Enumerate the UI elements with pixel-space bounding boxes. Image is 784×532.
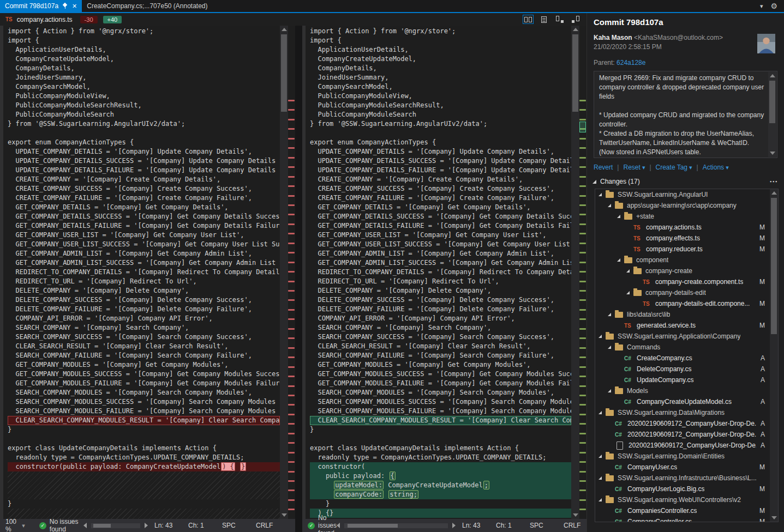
tree-file-row[interactable]: TScompany-create.component.tsM [595,276,778,287]
tab-annotated-file[interactable]: CreateCompany.cs;...707e50 (Annotated) [82,0,212,12]
tree-folder-row[interactable]: SSW.SugarLearning.Data\Migrations [595,407,778,418]
diff-change-mark [288,262,295,263]
diff-change-mark [288,328,295,330]
tree-file-row[interactable]: TScompany.actions.tsM [595,222,778,233]
zoom-selector[interactable]: 100 % [5,518,25,532]
scroll-down-icon[interactable] [573,513,578,517]
tree-folder-row[interactable]: SSW.SugarLearning.Infrastructure\Busines… [595,473,778,483]
tree-folder-row[interactable]: Models [595,385,778,396]
diff-change-mark [288,404,295,406]
scroll-down-icon[interactable] [770,152,775,155]
changes-header[interactable]: Changes (17) [593,177,777,186]
expander-icon[interactable] [599,411,602,414]
issues-text: No issues found [50,518,83,532]
tree-folder-row[interactable]: SSW.SugarLearning.AngularUI [595,189,778,200]
more-options-icon[interactable] [769,177,777,186]
status-row: 100 % No issues found Ln: 43 Ch: 1 SPC C… [0,519,586,532]
tree-file-row[interactable]: C#CompanyCreateUpdateModel.csA [595,396,778,407]
expander-icon[interactable] [626,269,630,273]
diff-change-mark [579,309,586,311]
tree-file-row[interactable]: C#CompanyUserLogic.Big.csM [595,483,778,494]
tree-folder-row[interactable]: apps\sugar-learning\src\app\company [595,200,778,211]
tree-folder-row[interactable]: SSW.SugarLearning.WebUI\Controllers\v2 [595,494,778,505]
expander-icon[interactable] [608,346,611,349]
reset-dropdown[interactable]: Reset [623,164,645,171]
scroll-thumb[interactable] [769,81,775,123]
expander-icon[interactable] [599,455,602,458]
right-file-view-icon[interactable] [570,15,581,24]
code-line: UPDATE_COMPANY_DETAILS_SUCCESS = '[Compa… [8,156,280,166]
scroll-down-icon[interactable] [282,513,287,517]
inline-view-icon[interactable] [538,15,549,24]
tree-file-row[interactable]: 202002190609172_CompanyUser-Drop-De...A [595,440,778,451]
scroll-thumb[interactable] [348,524,398,528]
csharp-file-icon: C# [615,464,624,470]
tree-file-row[interactable]: C#DeleteCompany.csA [595,364,778,374]
message-scrollbar[interactable] [768,72,776,157]
expander-icon[interactable] [593,180,596,184]
commit-message-box[interactable]: Merged PR 2669: Fix and migrate company … [594,71,777,158]
left-file-view-icon[interactable] [554,15,565,24]
tree-file-row[interactable]: TScompany.reducer.tsM [595,244,778,255]
tab-commit[interactable]: Commit 798d107a ✕ [0,0,82,12]
scroll-thumb[interactable] [93,524,111,528]
scroll-thumb[interactable] [572,34,578,112]
tree-folder-row[interactable]: Commands [595,342,778,353]
scrollbar-new[interactable] [571,26,579,519]
tree-file-row[interactable]: TScompany.effects.tsM [595,233,778,244]
tree-scrollbar[interactable] [770,189,778,522]
tree-file-row[interactable]: TScompany-details-edit.compone...M [595,298,778,309]
tree-file-row[interactable]: C#CompaniesController.csM [595,505,778,516]
expander-icon[interactable] [599,476,602,480]
expander-icon[interactable] [599,193,602,196]
scroll-thumb[interactable] [281,34,287,112]
tree-file-row[interactable]: C#UpdateCompany.csA [595,374,778,385]
tree-folder-row[interactable]: SSW.SugarLearning.Application\Company [595,331,778,342]
tree-file-row[interactable]: C#CompanyUser.csM [595,462,778,473]
scrollbar-old[interactable] [280,26,288,519]
tree-file-row[interactable]: C#CreateCompany.csA [595,353,778,364]
parent-commit-link[interactable]: 624a128e [617,59,645,66]
tree-folder-row[interactable]: company-details-edit [595,287,778,298]
expander-icon[interactable] [617,215,620,218]
tree-file-row[interactable]: C#CompanyController.csM [595,516,778,522]
scroll-up-icon[interactable] [282,28,287,31]
expander-icon[interactable] [617,258,620,262]
code-line: DELETE_COMPANY_FAILURE = '[Company] Dele… [8,305,280,314]
scroll-left-icon[interactable] [83,523,87,528]
scroll-down-icon[interactable] [771,516,777,519]
scroll-thumb[interactable] [771,198,777,334]
expander-icon[interactable] [599,498,602,501]
scroll-up-icon[interactable] [771,191,777,195]
tree-folder-row[interactable]: company-create [595,265,778,276]
create-tag-dropdown[interactable]: Create Tag [656,164,692,171]
actions-dropdown[interactable]: Actions [703,164,729,171]
tree-file-row[interactable]: TSgenerated.service.tsM [595,320,778,331]
horizontal-scrollbar[interactable] [83,523,148,528]
scroll-up-icon[interactable] [770,74,775,77]
tree-folder-row[interactable]: +state [595,211,778,222]
scroll-right-icon[interactable] [452,523,456,528]
window-list-chevron-icon[interactable] [760,2,763,10]
expander-icon[interactable] [608,313,611,316]
tree-folder-row[interactable]: libs\data\src\lib [595,309,778,320]
horizontal-scrollbar[interactable] [337,523,456,528]
close-icon[interactable]: ✕ [72,3,77,10]
expander-icon[interactable] [626,291,630,294]
tree-folder-row[interactable]: component [595,255,778,265]
tree-file-row[interactable]: C#202002190609172_CompanyUser-Drop-De...… [595,418,778,429]
pin-icon[interactable] [62,3,68,9]
scroll-left-icon[interactable] [337,523,340,528]
tree-folder-row[interactable]: SSW.SugarLearning.Domain\Entities [595,451,778,462]
revert-link[interactable]: Revert [594,164,613,171]
expander-icon[interactable] [608,389,611,392]
tree-file-row[interactable]: C#202002190609172_CompanyUser-Drop-De...… [595,429,778,440]
expander-icon[interactable] [608,204,611,207]
scroll-up-icon[interactable] [573,28,578,31]
code-new[interactable]: import { Action } from '@ngrx/store';imp… [306,26,571,519]
code-old[interactable]: import { Action } from '@ngrx/store';imp… [3,26,280,519]
settings-gear-icon[interactable] [770,2,777,10]
side-by-side-view-icon[interactable] [523,15,534,24]
scroll-right-icon[interactable] [145,523,148,528]
expander-icon[interactable] [599,335,602,338]
